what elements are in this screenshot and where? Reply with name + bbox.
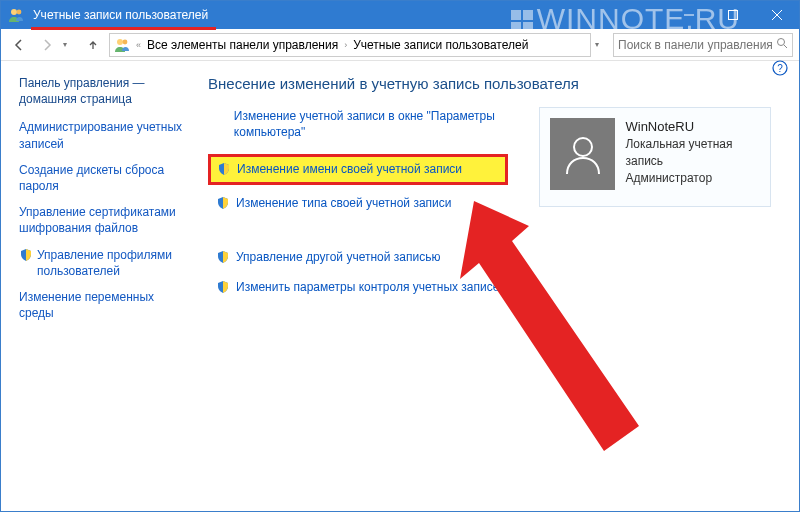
svg-point-0 [11, 9, 17, 15]
close-button[interactable] [755, 1, 799, 29]
svg-rect-2 [729, 11, 738, 20]
sidebar-home-link[interactable]: Панель управления — домашняя страница [19, 75, 186, 107]
search-icon [776, 37, 788, 52]
chevron-right-icon: › [344, 40, 347, 50]
link-change-account-type[interactable]: Изменение типа своей учетной записи [216, 195, 518, 211]
shield-icon [19, 248, 33, 262]
content-area: Панель управления — домашняя страница Ад… [1, 61, 799, 511]
task-links: Изменение учетной записи в окне "Парамет… [208, 108, 518, 295]
path-dropdown[interactable]: ▾ [595, 40, 609, 49]
title-bar: Учетные записи пользователей [1, 1, 799, 29]
help-icon[interactable]: ? [772, 60, 790, 78]
svg-point-3 [117, 39, 123, 45]
user-card: WinNoteRU Локальная учетная запись Админ… [539, 107, 771, 207]
address-bar: ▾ « Все элементы панели управления › Уче… [1, 29, 799, 61]
sidebar: Панель управления — домашняя страница Ад… [1, 61, 196, 511]
svg-point-4 [123, 39, 128, 44]
link-manage-other-accounts[interactable]: Управление другой учетной записью [216, 249, 518, 265]
user-account-type: Локальная учетная запись [625, 136, 760, 170]
svg-point-5 [778, 39, 785, 46]
maximize-button[interactable] [711, 1, 755, 29]
shield-icon [216, 196, 230, 210]
forward-button[interactable] [35, 33, 59, 57]
up-button[interactable] [81, 33, 105, 57]
crumb-all-items[interactable]: Все элементы панели управления [147, 38, 338, 52]
annotation-highlight: Изменение имени своей учетной записи [208, 154, 508, 184]
window-title: Учетные записи пользователей [31, 8, 210, 22]
sidebar-link-admin-accounts[interactable]: Администрирование учетных записей [19, 119, 186, 151]
user-role: Администратор [625, 170, 760, 187]
sidebar-link-encryption-certs[interactable]: Управление сертификатами шифрования файл… [19, 204, 186, 236]
shield-icon [216, 280, 230, 294]
main-panel: Внесение изменений в учетную запись поль… [196, 61, 799, 511]
minimize-button[interactable] [667, 1, 711, 29]
control-panel-window: Учетные записи пользователей WINNOTE.RU … [0, 0, 800, 512]
sidebar-link-user-profiles[interactable]: Управление профилями пользователей [19, 247, 186, 279]
search-box[interactable] [613, 33, 793, 57]
breadcrumb[interactable]: « Все элементы панели управления › Учетн… [109, 33, 591, 57]
crumb-current[interactable]: Учетные записи пользователей [353, 38, 528, 52]
svg-point-1 [17, 10, 22, 15]
link-rename-account[interactable]: Изменение имени своей учетной записи [217, 161, 499, 177]
sidebar-link-password-reset-disk[interactable]: Создание дискеты сброса пароля [19, 162, 186, 194]
svg-point-8 [574, 138, 592, 156]
user-card-text: WinNoteRU Локальная учетная запись Админ… [625, 118, 760, 196]
sidebar-link-env-vars[interactable]: Изменение переменных среды [19, 289, 186, 321]
svg-text:?: ? [777, 63, 783, 74]
avatar [550, 118, 615, 190]
link-uac-settings[interactable]: Изменить параметры контроля учетных запи… [216, 279, 518, 295]
user-accounts-titlebar-icon [7, 6, 25, 24]
history-dropdown[interactable]: ▾ [63, 40, 77, 49]
page-title: Внесение изменений в учетную запись поль… [208, 75, 791, 92]
link-change-in-settings[interactable]: Изменение учетной записи в окне "Парамет… [216, 108, 518, 140]
annotation-underline [31, 27, 216, 30]
user-name: WinNoteRU [625, 118, 760, 136]
back-button[interactable] [7, 33, 31, 57]
user-accounts-path-icon [114, 37, 130, 53]
search-input[interactable] [618, 38, 772, 52]
chevron-left-icon: « [136, 40, 141, 50]
shield-icon [217, 162, 231, 176]
shield-icon [216, 250, 230, 264]
